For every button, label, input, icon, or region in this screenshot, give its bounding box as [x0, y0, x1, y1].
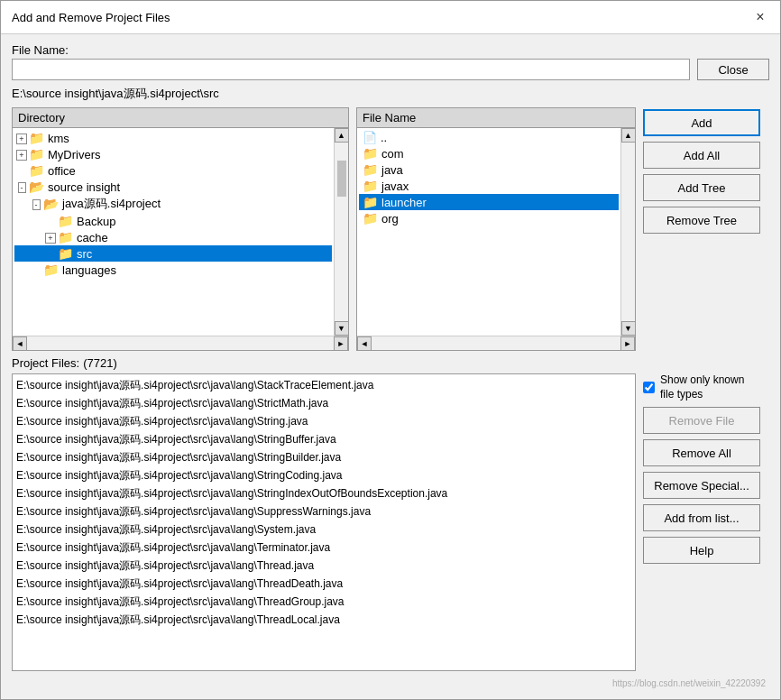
- add-button[interactable]: Add: [643, 109, 760, 136]
- add-tree-button[interactable]: Add Tree: [643, 174, 760, 201]
- dialog: Add and Remove Project Files × File Name…: [0, 0, 781, 700]
- file-scroll-down-btn[interactable]: ▼: [621, 321, 636, 336]
- add-from-list-button[interactable]: Add from list...: [643, 504, 760, 531]
- project-file-item[interactable]: E:\source insight\java源码.si4project\src\…: [16, 557, 631, 575]
- project-file-item[interactable]: E:\source insight\java源码.si4project\src\…: [16, 575, 631, 593]
- watermark: https://blog.csdn.net/weixin_42220392: [12, 677, 769, 690]
- file-item[interactable]: 📁launcher: [359, 194, 619, 210]
- add-all-button[interactable]: Add All: [643, 142, 760, 169]
- tree-item[interactable]: 📁src: [14, 245, 332, 262]
- expand-icon[interactable]: +: [14, 150, 29, 160]
- file-item[interactable]: 📁javax: [359, 178, 619, 194]
- filename-row: Close: [12, 59, 769, 80]
- file-panel-header: File Name: [357, 108, 635, 128]
- file-scroll-right-btn[interactable]: ►: [620, 336, 635, 351]
- filename-label: File Name:: [12, 43, 769, 57]
- window-close-button[interactable]: ×: [751, 8, 769, 26]
- filename-field-group: File Name: Close: [12, 43, 769, 80]
- filename-input[interactable]: [12, 59, 690, 80]
- directory-vert-scroll: +📁kms+📁MyDrivers📁office-📂source insight-…: [13, 128, 348, 336]
- scroll-track: [337, 143, 346, 321]
- tree-item[interactable]: +📁cache: [14, 229, 332, 245]
- directory-panel-header: Directory: [13, 108, 348, 128]
- remove-tree-button[interactable]: Remove Tree: [643, 207, 760, 234]
- project-file-item[interactable]: E:\source insight\java源码.si4project\src\…: [16, 412, 631, 430]
- tree-item[interactable]: -📂java源码.si4project: [14, 195, 332, 213]
- doc-icon: 📄: [363, 131, 377, 144]
- tree-item[interactable]: +📁MyDrivers: [14, 146, 332, 162]
- help-button[interactable]: Help: [643, 537, 760, 564]
- folder-icon: 📁: [363, 146, 378, 161]
- project-file-item[interactable]: E:\source insight\java源码.si4project\src\…: [16, 502, 631, 520]
- project-files-list[interactable]: E:\source insight\java源码.si4project\src\…: [12, 373, 636, 671]
- file-item[interactable]: 📁com: [359, 145, 619, 161]
- file-scroll-up-btn[interactable]: ▲: [621, 128, 636, 143]
- remove-file-button[interactable]: Remove File: [643, 407, 760, 434]
- known-file-types-checkbox[interactable]: [643, 382, 655, 393]
- expand-icon[interactable]: -: [14, 182, 29, 192]
- tree-item-label: java源码.si4project: [62, 196, 161, 212]
- scroll-up-btn[interactable]: ▲: [335, 128, 349, 143]
- file-item[interactable]: 📁org: [359, 210, 619, 226]
- title-bar: Add and Remove Project Files ×: [1, 1, 780, 34]
- file-panel: File Name 📄..📁com📁java📁javax📁launcher📁or…: [356, 107, 636, 351]
- scroll-thumb[interactable]: [337, 161, 346, 197]
- project-file-item[interactable]: E:\source insight\java源码.si4project\src\…: [16, 448, 631, 466]
- current-path: E:\source insight\java源码.si4project\src: [12, 86, 769, 102]
- project-file-item[interactable]: E:\source insight\java源码.si4project\src\…: [16, 394, 631, 412]
- folder-icon: 📁: [43, 262, 59, 277]
- file-scroll-track-h: [372, 339, 620, 348]
- tree-item-label: office: [48, 164, 76, 178]
- scroll-right-btn[interactable]: ►: [334, 336, 348, 351]
- close-button[interactable]: Close: [697, 59, 769, 80]
- file-vert-scrollbar[interactable]: ▲ ▼: [620, 128, 635, 336]
- file-item[interactable]: 📁java: [359, 161, 619, 178]
- folder-icon: 📁: [363, 179, 378, 193]
- project-file-item[interactable]: E:\source insight\java源码.si4project\src\…: [16, 611, 631, 629]
- tree-item[interactable]: -📂source insight: [14, 179, 332, 195]
- file-item-label: org: [381, 212, 399, 226]
- project-file-item[interactable]: E:\source insight\java源码.si4project\src\…: [16, 539, 631, 557]
- tree-item-label: languages: [62, 263, 116, 277]
- expand-icon[interactable]: +: [14, 134, 29, 143]
- project-file-item[interactable]: E:\source insight\java源码.si4project\src\…: [16, 484, 631, 502]
- folder-icon: 📁: [58, 214, 73, 228]
- remove-all-button[interactable]: Remove All: [643, 439, 760, 466]
- tree-item[interactable]: 📁office: [14, 162, 332, 179]
- project-file-item[interactable]: E:\source insight\java源码.si4project\src\…: [16, 376, 631, 394]
- directory-horiz-scrollbar: ◄ ►: [13, 336, 348, 350]
- tree-item[interactable]: 📁Backup: [14, 213, 332, 229]
- folder-icon: 📂: [43, 197, 59, 211]
- remove-special-button[interactable]: Remove Special...: [643, 472, 760, 499]
- expand-icon[interactable]: -: [29, 199, 43, 209]
- scroll-track-h: [27, 339, 334, 348]
- directory-tree-area[interactable]: +📁kms+📁MyDrivers📁office-📂source insight-…: [13, 128, 334, 336]
- scroll-left-btn[interactable]: ◄: [13, 336, 27, 351]
- directory-panel: Directory +📁kms+📁MyDrivers📁office-📂sourc…: [12, 107, 349, 351]
- tree-item[interactable]: 📁languages: [14, 262, 332, 278]
- folder-icon: 📁: [363, 211, 378, 226]
- project-files-header: Project Files: (7721): [12, 356, 769, 370]
- directory-scroll-container: +📁kms+📁MyDrivers📁office-📂source insight-…: [13, 128, 348, 350]
- bottom-buttons: Show only known file types Remove File R…: [643, 373, 769, 671]
- directory-vert-scrollbar[interactable]: ▲ ▼: [334, 128, 348, 336]
- file-item-label: ..: [381, 131, 387, 144]
- scroll-down-btn[interactable]: ▼: [335, 321, 349, 336]
- folder-icon: 📁: [363, 162, 378, 177]
- tree-item-label: source insight: [48, 180, 120, 194]
- project-file-item[interactable]: E:\source insight\java源码.si4project\src\…: [16, 520, 631, 539]
- tree-item-label: src: [77, 247, 92, 261]
- project-files-count: (7721): [83, 356, 117, 370]
- project-file-item[interactable]: E:\source insight\java源码.si4project\src\…: [16, 593, 631, 611]
- project-file-item[interactable]: E:\source insight\java源码.si4project\src\…: [16, 430, 631, 448]
- tree-item[interactable]: +📁kms: [14, 130, 332, 146]
- file-list-area[interactable]: 📄..📁com📁java📁javax📁launcher📁org: [357, 128, 620, 336]
- file-scroll-container: 📄..📁com📁java📁javax📁launcher📁org ▲ ▼ ◄ ►: [357, 128, 635, 350]
- file-item-label: launcher: [381, 196, 427, 209]
- folder-icon: 📁: [58, 230, 73, 244]
- folder-icon: 📂: [29, 180, 44, 194]
- file-scroll-left-btn[interactable]: ◄: [357, 336, 372, 351]
- expand-icon[interactable]: +: [43, 233, 58, 243]
- project-file-item[interactable]: E:\source insight\java源码.si4project\src\…: [16, 466, 631, 484]
- file-item[interactable]: 📄..: [359, 130, 619, 145]
